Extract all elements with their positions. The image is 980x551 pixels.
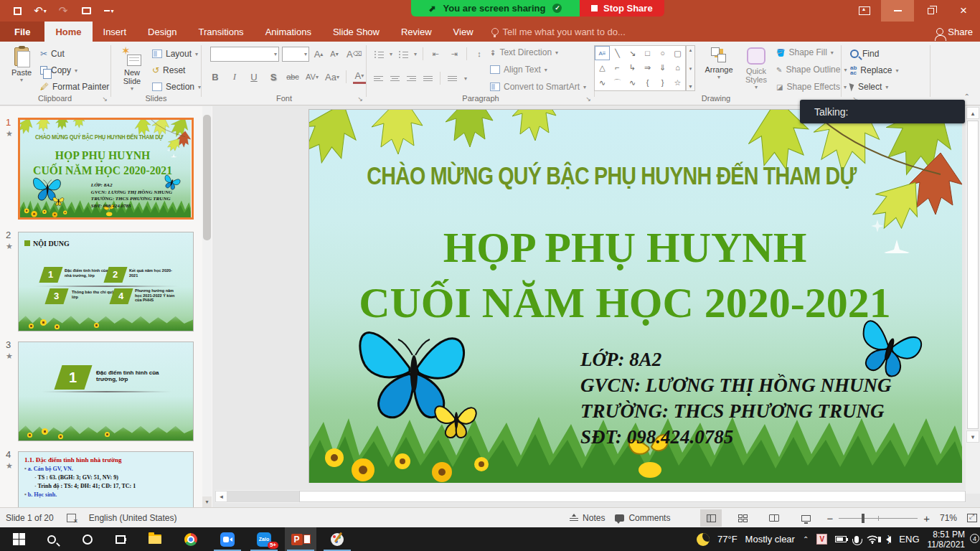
font-name-combo[interactable]: ▾ — [210, 47, 279, 62]
slide-title-line1[interactable]: HỌP PHỤ HUYNH — [20, 149, 185, 162]
start-button[interactable] — [3, 527, 34, 551]
undo-icon[interactable]: ↶▾ — [29, 1, 52, 21]
vietkey-icon[interactable]: V — [816, 534, 827, 545]
text-direction-button[interactable]: ⇕Text Direction▾ — [490, 44, 558, 60]
thumbnail-slide-1[interactable]: CHÀO MỪNG QUÝ BẬC PHỤ HUYNH ĐẾN THAM DỰ … — [18, 118, 194, 220]
cortana-button[interactable] — [72, 527, 103, 551]
shape-fill-button[interactable]: 🪣Shape Fill▾ — [776, 44, 834, 60]
tab-insert[interactable]: Insert — [93, 22, 138, 42]
arrange-button[interactable]: Arrange▾ — [702, 44, 736, 96]
replace-button[interactable]: abacReplace▾ — [850, 62, 898, 78]
shape-effects-button[interactable]: ◪Shape Effects▾ — [776, 79, 847, 95]
tab-view[interactable]: View — [443, 22, 484, 42]
layout-button[interactable]: Layout▾ — [152, 46, 198, 62]
tab-review[interactable]: Review — [390, 22, 443, 42]
character-spacing-button[interactable]: AV▾ — [306, 70, 319, 84]
align-center-icon[interactable] — [390, 75, 400, 83]
copy-button[interactable]: Copy▾ — [40, 62, 77, 78]
zoom-slider-thumb[interactable] — [862, 514, 864, 523]
thumbnail-slide-4[interactable]: 1.1. Đặc điểm tình hình nhà trường a. Cá… — [18, 451, 194, 507]
convert-smartart-button[interactable]: Convert to SmartArt▾ — [490, 79, 586, 95]
chrome-button[interactable] — [175, 527, 207, 551]
tray-temperature[interactable]: 77°F — [717, 534, 738, 545]
textbox-shape-icon[interactable]: A≡ — [595, 46, 610, 60]
start-slideshow-icon[interactable] — [75, 1, 98, 21]
slide-title-line1[interactable]: HỌP PHỤ HUYNH — [309, 223, 941, 273]
language-status[interactable]: English (United States) — [89, 513, 177, 523]
shapes-gallery[interactable]: A≡ ╲↘□○▢ △⌐↳⇒⇓⌂ ∿⌒∿{}☆ — [594, 45, 686, 91]
speaker-icon[interactable] — [886, 536, 891, 543]
notes-button[interactable]: Notes — [570, 513, 605, 523]
comments-button[interactable]: Comments — [615, 513, 670, 523]
paste-button[interactable]: Paste▾ — [4, 44, 39, 96]
font-dialog-launcher[interactable]: ↘ — [357, 95, 363, 103]
task-view-button[interactable] — [105, 527, 136, 551]
columns-icon[interactable] — [448, 75, 457, 83]
tell-me-box[interactable]: Tell me what you want to do... — [484, 22, 633, 42]
ribbon-display-options-button[interactable] — [848, 0, 881, 22]
tray-overflow-icon[interactable]: ⌃ — [803, 535, 809, 543]
select-button[interactable]: Select▾ — [850, 79, 888, 95]
battery-icon[interactable] — [835, 536, 847, 542]
slide-details-text[interactable]: LỚP: 8A2 GVCN: LƯƠNG THỊ HỒNG NHUNG TRƯỜ… — [580, 347, 918, 450]
thumbnail-scrollbar-thumb[interactable] — [203, 115, 211, 240]
zoom-in-icon[interactable]: + — [923, 512, 930, 524]
zoom-slider[interactable]: − + — [826, 512, 930, 524]
zoom-out-icon[interactable]: − — [826, 512, 833, 524]
bold-button[interactable]: B — [209, 70, 222, 84]
microphone-icon[interactable] — [854, 536, 859, 543]
language-indicator[interactable]: ENG — [899, 534, 919, 545]
font-color-button[interactable]: A▾ — [353, 70, 366, 84]
scroll-up-icon[interactable]: ▴ — [966, 107, 979, 119]
clipboard-dialog-launcher[interactable]: ↘ — [102, 95, 108, 103]
clear-formatting-button[interactable]: A⌫ — [347, 47, 362, 61]
clock[interactable]: 8:51 PM11/8/2021 — [928, 529, 966, 550]
tab-design[interactable]: Design — [137, 22, 187, 42]
share-button[interactable]: Share — [936, 22, 973, 42]
shape-outline-button[interactable]: ✎Shape Outline▾ — [776, 62, 847, 77]
minimize-button[interactable] — [881, 0, 914, 22]
vertical-scrollbar-thumb[interactable] — [967, 121, 979, 429]
tab-animations[interactable]: Animations — [255, 22, 322, 42]
slide-welcome-text[interactable]: CHÀO MỪNG QUÝ BẬC PHỤ HUYNH ĐẾN THAM DỰ — [367, 161, 760, 190]
slide-sorter-view-button[interactable] — [732, 509, 753, 527]
zalo-button[interactable]: Zalo5+ — [248, 527, 280, 551]
paragraph-dialog-launcher[interactable]: ↘ — [585, 95, 591, 103]
reading-view-button[interactable] — [763, 509, 785, 527]
reset-button[interactable]: ↺Reset — [152, 62, 185, 78]
scroll-left-icon[interactable]: ◂ — [215, 491, 227, 502]
slide-details-text[interactable]: LỚP: 8A2 GVCN: LƯƠNG THỊ HỒNG NHUNG TRƯỜ… — [91, 182, 179, 209]
paint3d-button[interactable] — [321, 527, 353, 551]
line-spacing-icon[interactable]: ↕ — [473, 47, 486, 61]
scroll-down-icon[interactable]: ▾ — [966, 430, 979, 443]
strikethrough-button[interactable]: abc — [286, 70, 299, 84]
justify-icon[interactable] — [423, 75, 433, 83]
tab-slideshow[interactable]: Slide Show — [322, 22, 390, 42]
thumbnail-panel-scrollbar[interactable]: ▾ — [202, 106, 212, 507]
slide-canvas[interactable]: CHÀO MỪNG QUÝ BẬC PHỤ HUYNH ĐẾN THAM DỰ … — [309, 110, 962, 483]
underline-button[interactable]: U — [248, 70, 260, 84]
powerpoint-button[interactable]: P — [285, 527, 316, 551]
align-text-button[interactable]: Align Text▾ — [490, 62, 547, 77]
fit-slide-icon[interactable] — [967, 514, 977, 522]
collapse-ribbon-icon[interactable]: ⌃ — [964, 93, 970, 100]
save-icon[interactable] — [6, 1, 29, 21]
shapes-gallery-scrollbar[interactable]: ▴▾▼ — [686, 45, 695, 91]
slide-welcome-text[interactable]: CHÀO MỪNG QUÝ BẬC PHỤ HUYNH ĐẾN THAM DỰ — [35, 133, 138, 141]
font-size-combo[interactable]: ▾ — [282, 47, 309, 62]
align-left-icon[interactable] — [374, 75, 383, 83]
format-painter-button[interactable]: 🖉Format Painter — [40, 79, 109, 95]
zoom-app-button[interactable] — [212, 527, 243, 551]
tab-home[interactable]: Home — [44, 22, 92, 42]
shrink-font-button[interactable]: A▾ — [328, 47, 341, 61]
new-slide-button[interactable]: ✶ New Slide▾ — [115, 44, 149, 96]
slide-title-line2[interactable]: CUỐI NĂM HỌC 2020-2021 — [20, 164, 185, 176]
main-horizontal-scrollbar[interactable]: ◂ — [215, 490, 966, 503]
quick-styles-button[interactable]: Quick Styles▾ — [739, 44, 773, 96]
restore-button[interactable] — [914, 0, 947, 22]
close-button[interactable]: × — [947, 0, 980, 22]
numbering-icon[interactable] — [398, 50, 408, 58]
wifi-icon[interactable] — [867, 534, 878, 544]
horizontal-scrollbar-thumb[interactable] — [299, 491, 966, 502]
section-button[interactable]: Section▾ — [152, 79, 201, 95]
